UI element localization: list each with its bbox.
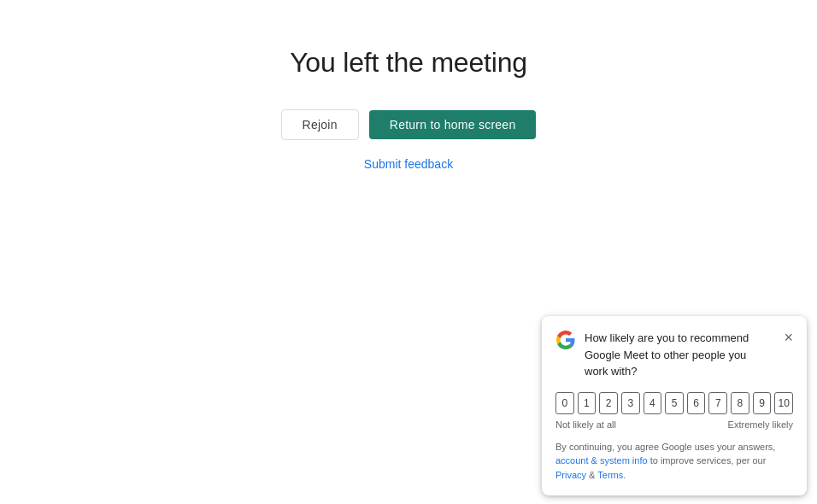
- rating-btn-10[interactable]: 10: [774, 392, 793, 414]
- survey-popup: How likely are you to recommend Google M…: [542, 316, 807, 495]
- label-not-likely: Not likely at all: [555, 419, 616, 430]
- rating-btn-7[interactable]: 7: [708, 392, 727, 414]
- rating-btn-3[interactable]: 3: [621, 392, 640, 414]
- rating-btn-5[interactable]: 5: [665, 392, 684, 414]
- rating-btn-8[interactable]: 8: [731, 392, 749, 414]
- button-row: Rejoin Return to home screen: [281, 109, 537, 140]
- footer-text-middle: to improve services, per our: [648, 455, 767, 466]
- footer-ampersand: &: [586, 470, 597, 480]
- survey-footer: By continuing, you agree Google uses you…: [555, 440, 793, 483]
- main-content: You left the meeting Rejoin Return to ho…: [0, 0, 817, 171]
- google-logo-icon: [555, 330, 576, 350]
- rejoin-button[interactable]: Rejoin: [281, 109, 359, 140]
- survey-close-button[interactable]: ×: [784, 330, 793, 345]
- return-home-button[interactable]: Return to home screen: [369, 110, 537, 139]
- survey-header: How likely are you to recommend Google M…: [555, 330, 793, 380]
- rating-btn-1[interactable]: 1: [578, 392, 597, 414]
- rating-row: 0 1 2 3 4 5 6 7 8 9 10: [555, 392, 793, 414]
- footer-period: .: [623, 470, 626, 480]
- submit-feedback-link[interactable]: Submit feedback: [364, 157, 453, 171]
- rating-btn-4[interactable]: 4: [644, 392, 662, 414]
- rating-btn-6[interactable]: 6: [687, 392, 706, 414]
- rating-labels: Not likely at all Extremely likely: [555, 419, 793, 430]
- page-title: You left the meeting: [290, 47, 527, 79]
- account-system-info-link[interactable]: account & system info: [555, 455, 648, 466]
- privacy-link[interactable]: Privacy: [555, 470, 586, 480]
- label-extremely-likely: Extremely likely: [728, 419, 793, 430]
- rating-btn-9[interactable]: 9: [753, 392, 772, 414]
- rating-btn-2[interactable]: 2: [599, 392, 618, 414]
- rating-btn-0[interactable]: 0: [555, 392, 574, 414]
- survey-question: How likely are you to recommend Google M…: [585, 330, 772, 380]
- terms-link[interactable]: Terms: [597, 470, 623, 480]
- footer-text-prefix: By continuing, you agree Google uses you…: [555, 442, 775, 452]
